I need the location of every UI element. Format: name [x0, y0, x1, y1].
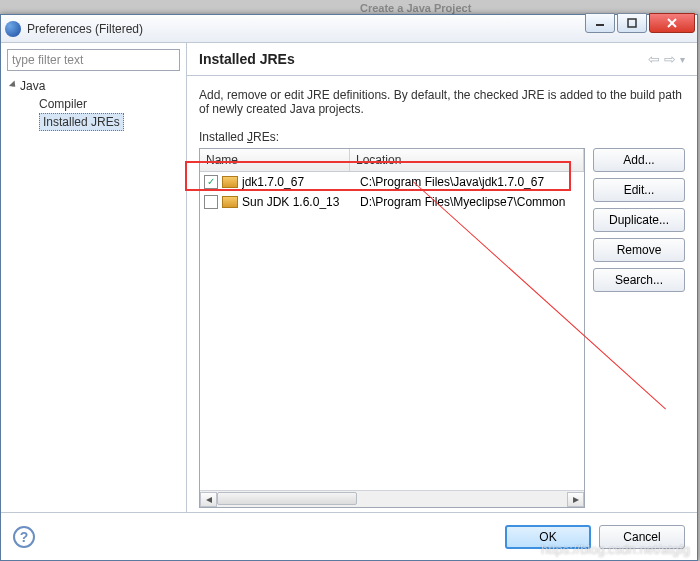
- table-header: Name Location: [200, 149, 584, 172]
- tree-node-compiler[interactable]: Compiler: [7, 95, 180, 113]
- tree-label: Compiler: [39, 97, 87, 111]
- remove-button[interactable]: Remove: [593, 238, 685, 262]
- nav-arrows: ⇦ ⇨ ▾: [648, 51, 685, 67]
- scroll-right-icon[interactable]: ▸: [567, 492, 584, 507]
- twisty-icon: [9, 80, 18, 89]
- svg-rect-1: [628, 19, 636, 27]
- col-location[interactable]: Location: [350, 149, 584, 171]
- tree-label: Installed JREs: [39, 113, 124, 131]
- filter-input[interactable]: [7, 49, 180, 71]
- row-name: Sun JDK 1.6.0_13: [242, 195, 360, 209]
- scroll-track[interactable]: [217, 492, 567, 507]
- table-body: jdk1.7.0_67 C:\Program Files\Java\jdk1.7…: [200, 172, 584, 490]
- tree: Java Compiler Installed JREs: [7, 77, 180, 131]
- dropdown-icon[interactable]: ▾: [680, 54, 685, 65]
- checkbox[interactable]: [204, 195, 218, 209]
- table-row[interactable]: jdk1.7.0_67 C:\Program Files\Java\jdk1.7…: [200, 172, 584, 192]
- jre-table: Name Location jdk1.7.0_67 C:\Program Fil…: [199, 148, 585, 508]
- ok-button[interactable]: OK: [505, 525, 591, 549]
- footer: ? OK Cancel: [1, 512, 697, 560]
- sidebar: Java Compiler Installed JREs: [1, 43, 187, 512]
- row-location: D:\Program Files\Myeclipse7\Common: [360, 195, 580, 209]
- row-location: C:\Program Files\Java\jdk1.7.0_67: [360, 175, 580, 189]
- tree-node-installed-jres[interactable]: Installed JREs: [7, 113, 180, 131]
- checkbox[interactable]: [204, 175, 218, 189]
- row-name: jdk1.7.0_67: [242, 175, 360, 189]
- close-button[interactable]: [649, 13, 695, 33]
- col-name[interactable]: Name: [200, 149, 350, 171]
- jre-icon: [222, 176, 238, 188]
- tree-node-java[interactable]: Java: [7, 77, 180, 95]
- scroll-thumb[interactable]: [217, 492, 357, 505]
- edit-button[interactable]: Edit...: [593, 178, 685, 202]
- table-row[interactable]: Sun JDK 1.6.0_13 D:\Program Files\Myecli…: [200, 192, 584, 212]
- description: Add, remove or edit JRE definitions. By …: [199, 88, 685, 116]
- page-heading: Installed JREs: [199, 51, 648, 67]
- minimize-button[interactable]: [585, 13, 615, 33]
- help-icon[interactable]: ?: [13, 526, 35, 548]
- background-title: Create a Java Project: [360, 2, 471, 14]
- side-buttons: Add... Edit... Duplicate... Remove Searc…: [593, 148, 685, 508]
- main-panel: Installed JREs ⇦ ⇨ ▾ Add, remove or edit…: [187, 43, 697, 512]
- fwd-icon[interactable]: ⇨: [664, 51, 676, 67]
- tree-label: Java: [20, 79, 45, 93]
- maximize-button[interactable]: [617, 13, 647, 33]
- list-label: Installed JREs:: [199, 130, 685, 144]
- scroll-left-icon[interactable]: ◂: [200, 492, 217, 507]
- back-icon[interactable]: ⇦: [648, 51, 660, 67]
- duplicate-button[interactable]: Duplicate...: [593, 208, 685, 232]
- preferences-window: Preferences (Filtered) Java Compiler Ins…: [0, 14, 698, 561]
- add-button[interactable]: Add...: [593, 148, 685, 172]
- titlebar[interactable]: Preferences (Filtered): [1, 15, 697, 43]
- app-icon: [5, 21, 21, 37]
- cancel-button[interactable]: Cancel: [599, 525, 685, 549]
- h-scrollbar[interactable]: ◂ ▸: [200, 490, 584, 507]
- divider: [187, 75, 697, 76]
- jre-icon: [222, 196, 238, 208]
- search-button[interactable]: Search...: [593, 268, 685, 292]
